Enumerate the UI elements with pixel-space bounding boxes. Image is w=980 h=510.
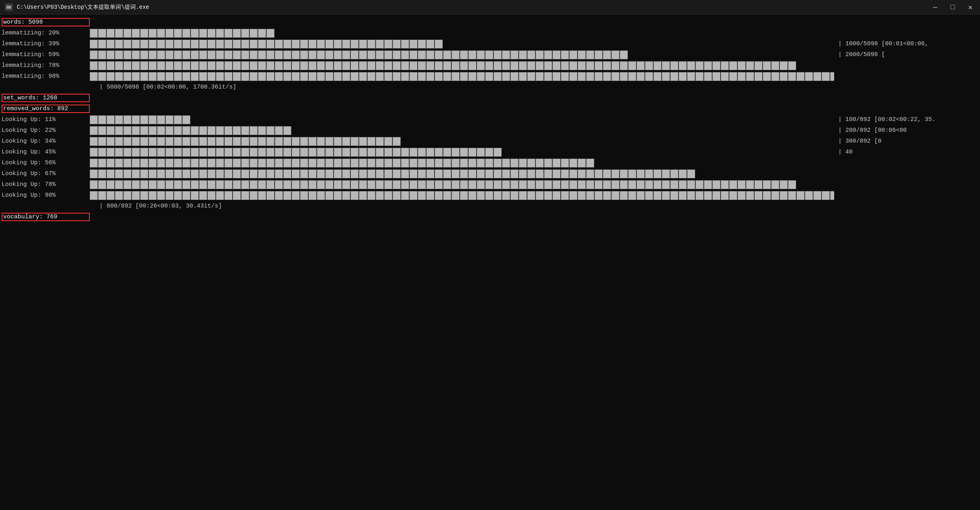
progress-block [704, 191, 712, 200]
progress-block [687, 180, 695, 189]
progress-block [224, 191, 232, 200]
progress-block [132, 40, 140, 48]
progress-block [157, 115, 165, 124]
progress-block [738, 180, 746, 189]
progress-block [174, 40, 182, 48]
progress-block [233, 126, 241, 135]
minimize-button[interactable]: — [930, 2, 940, 12]
progress-block [376, 191, 384, 200]
window: C:\Users\P03\Desktop\文本提取单词\提词.exe — □ ✕… [0, 0, 980, 510]
progress-block [367, 191, 375, 200]
progress-block [342, 40, 350, 48]
progress-block [123, 40, 131, 48]
progress-block [309, 50, 317, 59]
progress-block [485, 159, 493, 167]
progress-block [729, 72, 737, 81]
set-words-line: set_words: 1268 [2, 93, 978, 103]
vocabulary-label: vocabulary: 769 [2, 213, 90, 221]
progress-block [712, 180, 720, 189]
progress-block [797, 72, 805, 81]
progress-block [107, 50, 115, 59]
progress-block [149, 126, 157, 135]
progress-block [300, 72, 308, 81]
maximize-button[interactable]: □ [948, 2, 958, 12]
progress-block [140, 29, 148, 38]
progress-block [670, 61, 678, 70]
progress-block [376, 40, 384, 48]
progress-block [275, 148, 283, 157]
progress-block [367, 40, 375, 48]
titlebar: C:\Users\P03\Desktop\文本提取单词\提词.exe — □ ✕ [0, 0, 980, 14]
progress-block [250, 40, 258, 48]
progress-block [250, 72, 258, 81]
progress-block [191, 61, 199, 70]
progress-block [561, 191, 569, 200]
progress-block [662, 61, 670, 70]
looking-up-right-4: | 40 [838, 149, 978, 155]
progress-block [468, 148, 476, 157]
progress-block [595, 180, 603, 189]
progress-block [485, 72, 493, 81]
progress-block [216, 191, 224, 200]
progress-block [679, 191, 687, 200]
progress-block [367, 169, 375, 178]
progress-block [309, 40, 317, 48]
progress-block [107, 126, 115, 135]
progress-block [359, 137, 367, 146]
progress-block [460, 148, 468, 157]
progress-block [325, 180, 333, 189]
progress-block [266, 40, 274, 48]
progress-bar-3 [90, 50, 834, 59]
progress-bar-5 [90, 72, 834, 81]
progress-block [477, 169, 485, 178]
progress-block [115, 180, 123, 189]
progress-block [376, 169, 384, 178]
progress-block [191, 40, 199, 48]
progress-block [300, 40, 308, 48]
progress-block [115, 169, 123, 178]
progress-block [233, 29, 241, 38]
progress-block [519, 180, 527, 189]
progress-block [738, 191, 746, 200]
progress-block [426, 40, 434, 48]
progress-block [620, 61, 628, 70]
progress-block [401, 72, 409, 81]
progress-block [477, 191, 485, 200]
progress-block [233, 50, 241, 59]
words-label: words: 5098 [2, 18, 90, 26]
progress-block [569, 169, 577, 178]
progress-block [367, 137, 375, 146]
progress-block [384, 137, 392, 146]
progress-block [157, 126, 165, 135]
progress-block [300, 169, 308, 178]
progress-block [553, 50, 561, 59]
progress-block [275, 191, 283, 200]
progress-block [98, 29, 106, 38]
progress-block [208, 180, 216, 189]
progress-block [342, 50, 350, 59]
progress-block [275, 159, 283, 167]
progress-block [435, 148, 443, 157]
progress-block [578, 169, 586, 178]
lemmatizing-line-2: lemmatizing: 39% | 1000/5098 [00:01<00:0… [2, 38, 978, 49]
progress-block [115, 148, 123, 157]
progress-block [115, 50, 123, 59]
progress-block [435, 180, 443, 189]
progress-block [418, 159, 426, 167]
progress-block [233, 148, 241, 157]
progress-block [107, 180, 115, 189]
progress-block [283, 72, 291, 81]
progress-block [376, 50, 384, 59]
progress-block [452, 50, 460, 59]
progress-block [309, 169, 317, 178]
progress-block [409, 50, 417, 59]
close-button[interactable]: ✕ [966, 2, 975, 12]
progress-block [586, 180, 594, 189]
progress-block [325, 61, 333, 70]
progress-block [250, 137, 258, 146]
progress-block [687, 169, 695, 178]
progress-block [132, 137, 140, 146]
progress-block [199, 180, 207, 189]
progress-block [199, 169, 207, 178]
progress-block [494, 61, 502, 70]
